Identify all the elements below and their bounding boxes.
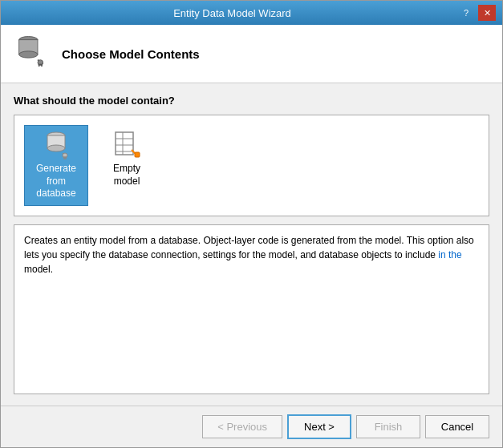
section-label: What should the model contain? bbox=[14, 95, 489, 107]
option-generate-from-database[interactable]: Generatefromdatabase bbox=[24, 125, 88, 206]
svg-point-2 bbox=[19, 51, 38, 58]
close-button[interactable]: ✕ bbox=[478, 5, 496, 21]
header-title: Choose Model Contents bbox=[62, 47, 200, 61]
wizard-header-icon bbox=[14, 34, 52, 73]
svg-point-10 bbox=[47, 145, 65, 151]
previous-button[interactable]: < Previous bbox=[202, 415, 282, 438]
title-bar: Entity Data Model Wizard ? ✕ bbox=[1, 1, 502, 25]
wizard-window: Entity Data Model Wizard ? ✕ Choose Mode… bbox=[0, 0, 503, 448]
option-empty-model[interactable]: Empty model bbox=[95, 125, 159, 193]
description-text: Creates an entity model from a database.… bbox=[24, 233, 479, 276]
cancel-button[interactable]: Cancel bbox=[425, 415, 489, 438]
window-title: Entity Data Model Wizard bbox=[7, 7, 457, 19]
title-bar-controls: ? ✕ bbox=[457, 5, 496, 21]
description-box: Creates an entity model from a database.… bbox=[14, 224, 489, 394]
finish-button[interactable]: Finish bbox=[356, 415, 420, 438]
option-generate-label: Generatefromdatabase bbox=[36, 163, 76, 200]
footer: < Previous Next > Finish Cancel bbox=[1, 406, 502, 447]
header-section: Choose Model Contents bbox=[1, 25, 502, 83]
content-area: What should the model contain? Generatef… bbox=[1, 83, 502, 406]
option-empty-label: Empty model bbox=[102, 163, 152, 188]
svg-rect-22 bbox=[135, 152, 140, 157]
help-button[interactable]: ? bbox=[457, 5, 475, 21]
model-options-box: Generatefromdatabase Empty model bbox=[14, 115, 489, 216]
next-button[interactable]: Next > bbox=[287, 414, 351, 439]
